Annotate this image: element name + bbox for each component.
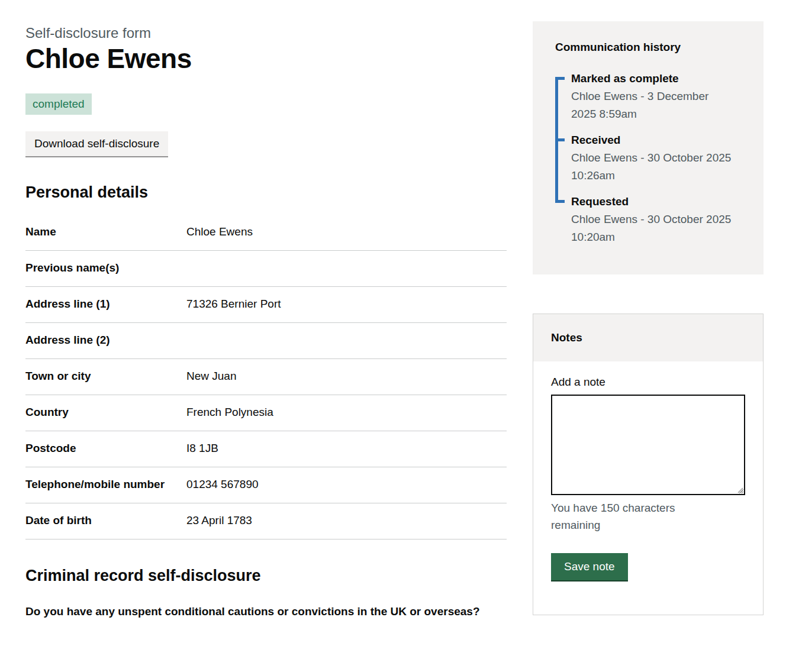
save-note-button[interactable]: Save note	[551, 553, 628, 580]
timeline-entry-detail: Chloe Ewens - 3 December 2025 8:59am	[571, 88, 732, 123]
summary-key: Town or city	[25, 369, 186, 383]
summary-key: Name	[25, 224, 186, 239]
summary-key: Postcode	[25, 441, 186, 455]
main-content: Self-disclosure form Chloe Ewens complet…	[25, 21, 507, 621]
summary-value: 71326 Bernier Port	[186, 296, 507, 311]
timeline-entry-detail: Chloe Ewens - 30 October 2025 10:26am	[571, 149, 732, 185]
summary-value: I8 1JB	[186, 441, 507, 455]
summary-row-country: Country French Polynesia	[25, 395, 507, 431]
summary-value: Chloe Ewens	[186, 224, 507, 239]
download-self-disclosure-button[interactable]: Download self-disclosure	[25, 131, 168, 156]
communication-history-timeline: Marked as complete Chloe Ewens - 3 Decem…	[555, 70, 747, 246]
summary-value: 01234 567890	[186, 477, 507, 492]
timeline-entry: Marked as complete Chloe Ewens - 3 Decem…	[555, 70, 747, 123]
summary-key: Telephone/mobile number	[25, 477, 186, 492]
notes-panel: Notes Add a note You have 150 characters…	[533, 314, 764, 615]
summary-row-town-or-city: Town or city New Juan	[25, 359, 507, 395]
summary-key: Country	[25, 405, 186, 419]
summary-value: 23 April 1783	[186, 513, 507, 528]
page-caption: Self-disclosure form	[25, 25, 507, 41]
summary-key: Date of birth	[25, 513, 186, 528]
summary-value: French Polynesia	[186, 405, 507, 419]
summary-value: New Juan	[186, 369, 507, 383]
communication-history-panel: Communication history Marked as complete…	[533, 21, 764, 274]
summary-row-telephone: Telephone/mobile number 01234 567890	[25, 467, 507, 503]
notes-heading: Notes	[533, 314, 763, 361]
criminal-record-question: Do you have any unspent conditional caut…	[25, 603, 499, 621]
summary-row-postcode: Postcode I8 1JB	[25, 431, 507, 467]
summary-row-previous-names: Previous name(s)	[25, 251, 507, 287]
timeline-entry-detail: Chloe Ewens - 30 October 2025 10:20am	[571, 211, 732, 246]
personal-details-heading: Personal details	[25, 183, 507, 202]
criminal-record-heading: Criminal record self-disclosure	[25, 567, 507, 585]
personal-details-list: Name Chloe Ewens Previous name(s) Addres…	[25, 215, 507, 539]
timeline-entry: Received Chloe Ewens - 30 October 2025 1…	[555, 131, 747, 185]
summary-key: Previous name(s)	[25, 260, 186, 275]
sidebar: Communication history Marked as complete…	[533, 21, 764, 621]
characters-remaining-hint: You have 150 characters remaining	[551, 499, 699, 534]
timeline-entry: Requested Chloe Ewens - 30 October 2025 …	[555, 193, 747, 246]
page: Self-disclosure form Chloe Ewens complet…	[0, 0, 786, 621]
page-title: Chloe Ewens	[25, 43, 507, 75]
status-badge: completed	[25, 93, 92, 115]
summary-key: Address line (2)	[25, 332, 186, 347]
summary-row-name: Name Chloe Ewens	[25, 215, 507, 251]
summary-row-date-of-birth: Date of birth 23 April 1783	[25, 503, 507, 539]
timeline-entry-title: Received	[571, 131, 747, 149]
summary-row-address-line-1: Address line (1) 71326 Bernier Port	[25, 287, 507, 323]
add-note-label: Add a note	[551, 374, 745, 389]
timeline-entry-title: Requested	[571, 193, 747, 211]
communication-history-heading: Communication history	[555, 41, 747, 54]
summary-row-address-line-2: Address line (2)	[25, 323, 507, 359]
timeline-entry-title: Marked as complete	[571, 70, 747, 88]
notes-body: Add a note You have 150 characters remai…	[533, 361, 763, 615]
summary-key: Address line (1)	[25, 296, 186, 311]
note-input[interactable]	[551, 395, 745, 495]
